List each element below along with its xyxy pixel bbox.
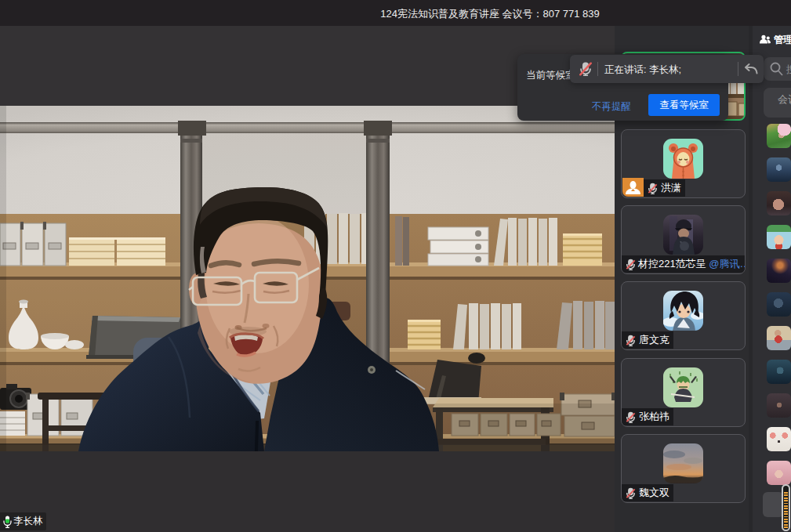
svg-text:搜: 搜 — [786, 63, 791, 75]
